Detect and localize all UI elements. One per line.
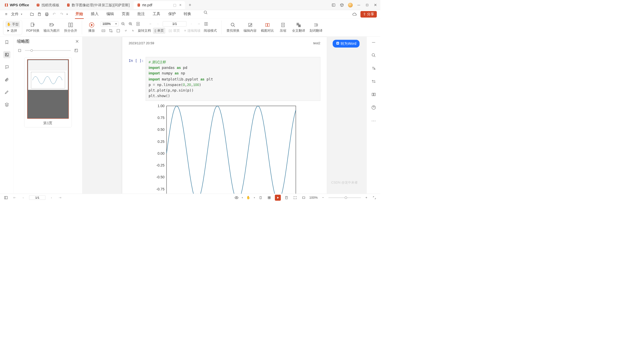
- search-icon[interactable]: [203, 10, 208, 15]
- view-play-icon[interactable]: [275, 195, 281, 201]
- avatar[interactable]: [348, 3, 353, 7]
- rotate-right-icon[interactable]: ↻: [131, 28, 136, 33]
- edit-content-button[interactable]: 编辑内容: [244, 22, 257, 33]
- fullscreen-icon[interactable]: [292, 195, 298, 201]
- chevron-down-icon[interactable]: ▾: [21, 13, 22, 16]
- viewer[interactable]: 2023/12/27 20:59 test2 In [ ]: # 测试注释 im…: [82, 36, 367, 194]
- close-window-icon[interactable]: ✕: [373, 3, 378, 7]
- share-button[interactable]: ⇪ 分享: [360, 11, 377, 17]
- redo-icon[interactable]: ↷: [59, 12, 64, 17]
- more-icon[interactable]: ⋯: [370, 117, 377, 124]
- zoom-select[interactable]: 100%▾: [101, 21, 118, 26]
- next-page-icon[interactable]: ›: [189, 21, 194, 26]
- hamburger-icon[interactable]: ≡: [4, 12, 9, 17]
- expand-icon[interactable]: [372, 195, 377, 200]
- last-page-icon[interactable]: ⇥: [196, 21, 201, 26]
- chevron-down-icon[interactable]: ▾: [66, 13, 68, 16]
- thumbnail-card[interactable]: 第1页: [24, 57, 72, 127]
- view-page-icon[interactable]: [284, 195, 290, 201]
- prev-page-icon[interactable]: ‹: [155, 21, 160, 26]
- undo-icon[interactable]: ↶: [52, 12, 57, 17]
- tab-edit[interactable]: 编辑: [106, 10, 115, 19]
- book-icon[interactable]: [204, 21, 209, 26]
- bookmark-icon[interactable]: [3, 39, 10, 46]
- panel-icon[interactable]: [331, 3, 336, 7]
- box-icon[interactable]: [340, 3, 344, 7]
- sidebar-toggle-icon[interactable]: [3, 195, 9, 200]
- chevron-down-icon[interactable]: ▾: [242, 196, 243, 199]
- open-icon[interactable]: [29, 12, 34, 17]
- frame-icon[interactable]: [115, 28, 121, 33]
- maximize-icon[interactable]: [365, 3, 370, 7]
- translate-icon[interactable]: [370, 65, 377, 72]
- search-icon[interactable]: [370, 52, 377, 59]
- save-icon[interactable]: [37, 12, 42, 17]
- chevron-down-icon[interactable]: ▾: [254, 196, 255, 199]
- layers-icon[interactable]: [3, 101, 10, 108]
- thumb-size-slider[interactable]: [25, 50, 71, 51]
- minus-icon[interactable]: ─: [370, 39, 377, 46]
- tab-book[interactable]: P 数字图像处理(中译第三版)[冈萨雷斯]: [63, 1, 133, 9]
- select-tool[interactable]: ➤选择: [6, 28, 20, 33]
- tab-start[interactable]: 开始: [75, 10, 84, 19]
- prev-page-icon[interactable]: ‹: [21, 195, 26, 200]
- tab-app[interactable]: WPS Office: [1, 1, 32, 9]
- thumbnail-icon[interactable]: [3, 51, 10, 58]
- hand-tool[interactable]: ✋手型: [6, 21, 20, 27]
- fit-width-icon[interactable]: [101, 28, 106, 33]
- screenshot-compare-button[interactable]: 截图对比: [261, 22, 274, 33]
- hand-icon[interactable]: ✋: [246, 195, 251, 200]
- close-icon[interactable]: ✕: [179, 3, 182, 7]
- cloud-icon[interactable]: [352, 12, 357, 17]
- read-icon[interactable]: [370, 91, 377, 98]
- close-icon[interactable]: ✕: [75, 39, 79, 44]
- zoom-slider[interactable]: [328, 197, 361, 198]
- pen-icon[interactable]: [3, 89, 10, 96]
- tab-convert[interactable]: 转换: [183, 10, 192, 19]
- zoom-out-icon[interactable]: −: [320, 195, 326, 200]
- split-merge-button[interactable]: 拆分合并: [64, 22, 77, 33]
- convert-word-button[interactable]: W 转为Word: [333, 40, 359, 48]
- crop-icon[interactable]: [108, 28, 113, 33]
- view-single-icon[interactable]: [258, 195, 264, 201]
- new-tab-button[interactable]: +: [187, 2, 193, 8]
- settings-icon[interactable]: [370, 78, 377, 85]
- next-page-icon[interactable]: ›: [49, 195, 54, 200]
- thumb-small-icon[interactable]: [17, 48, 22, 53]
- rotate-left-icon[interactable]: ↺: [123, 28, 128, 33]
- pdf-convert-button[interactable]: PDF转换: [26, 22, 39, 33]
- page-input[interactable]: [163, 21, 186, 26]
- fit-page-icon[interactable]: [135, 21, 141, 26]
- first-page-icon[interactable]: ⇤: [148, 21, 153, 26]
- first-page-icon[interactable]: ⇤: [12, 195, 17, 200]
- compress-button[interactable]: 压缩: [278, 22, 288, 33]
- tab-annotate[interactable]: 批注: [137, 10, 145, 19]
- tab-insert[interactable]: 插入: [90, 10, 99, 19]
- continuous-button[interactable]: ≡连续阅读: [183, 28, 202, 33]
- view-grid-icon[interactable]: [266, 195, 272, 201]
- tab-tools[interactable]: 工具: [152, 10, 161, 19]
- play-button[interactable]: 播放: [87, 22, 97, 33]
- attachment-icon[interactable]: [3, 76, 10, 83]
- export-image-button[interactable]: 输出为图片: [44, 22, 60, 33]
- fit-icon[interactable]: [301, 195, 307, 201]
- single-page-button[interactable]: ▯单页: [153, 28, 165, 34]
- tab-popup-icon[interactable]: ▢: [173, 3, 177, 7]
- comment-icon[interactable]: [3, 64, 10, 71]
- eye-icon[interactable]: [234, 195, 239, 200]
- full-translate-button[interactable]: A文全文翻译: [292, 22, 305, 33]
- zoom-out-icon[interactable]: [120, 21, 126, 26]
- file-menu[interactable]: 文件: [11, 12, 19, 17]
- thumb-large-icon[interactable]: [73, 48, 79, 53]
- print-icon[interactable]: [44, 12, 49, 17]
- tab-page[interactable]: 页面: [121, 10, 130, 19]
- find-replace-button[interactable]: 查找替换: [226, 22, 239, 33]
- minimize-icon[interactable]: ─: [356, 3, 361, 7]
- tab-active-doc[interactable]: P rte.pdf ▢ ✕: [134, 1, 185, 9]
- word-translate-button[interactable]: 划词翻译: [309, 22, 323, 33]
- tab-protect[interactable]: 保护: [168, 10, 176, 19]
- zoom-in-icon[interactable]: [128, 21, 133, 26]
- status-page-input[interactable]: [29, 195, 46, 200]
- read-mode-label[interactable]: 阅读模式: [204, 28, 217, 33]
- tab-templates[interactable]: 找稻壳模板: [33, 1, 63, 9]
